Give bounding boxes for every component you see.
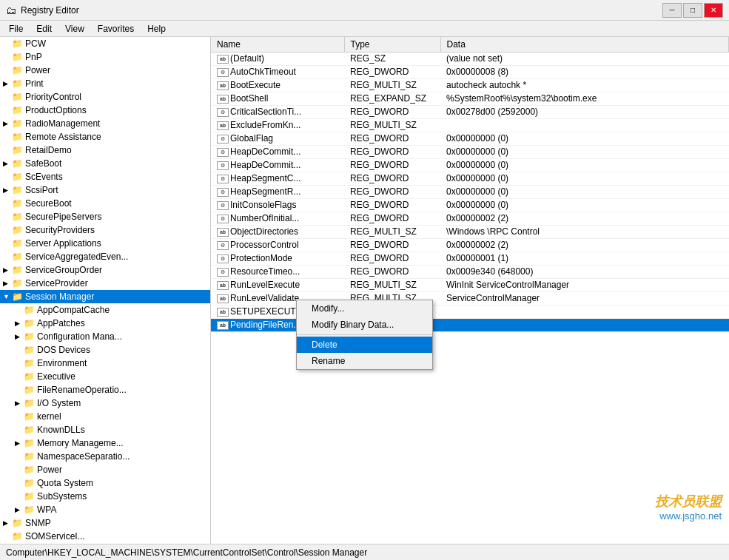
tree-item[interactable]: 📁NamespaceSeparatio...: [0, 450, 210, 463]
expand-arrow[interactable]: ▶: [15, 320, 24, 327]
tree-item[interactable]: ▶📁Configuration Mana...: [0, 330, 210, 343]
tree-item[interactable]: 📁SecurePipeServers: [0, 210, 210, 223]
expand-arrow[interactable]: ▶: [15, 439, 24, 447]
tree-item[interactable]: ▶📁ServiceProvider: [0, 277, 210, 290]
tree-item[interactable]: 📁ScEvents: [0, 170, 210, 183]
folder-icon: 📁: [12, 291, 24, 302]
expand-arrow[interactable]: ▶: [3, 266, 12, 274]
table-row[interactable]: ⚙GlobalFlag REG_DWORD 0x00000000 (0): [211, 132, 729, 145]
table-row[interactable]: ⚙HeapDeCommit... REG_DWORD 0x00000000 (0…: [211, 145, 729, 158]
table-row[interactable]: ⚙InitConsoleFlags REG_DWORD 0x00000000 (…: [211, 198, 729, 212]
tree-item[interactable]: ▶📁ScsiPort: [0, 183, 210, 197]
tree-item[interactable]: 📁Quota System: [0, 476, 210, 490]
tree-item[interactable]: ▶📁SafeBoot: [0, 157, 210, 170]
tree-item[interactable]: 📁Power: [0, 463, 210, 476]
tree-item[interactable]: 📁KnownDLLs: [0, 423, 210, 436]
tree-item[interactable]: 📁Power: [0, 64, 210, 77]
tree-item[interactable]: ▼📁Session Manager: [0, 290, 210, 303]
table-row[interactable]: ⚙NumberOfInitial... REG_DWORD 0x00000002…: [211, 212, 729, 225]
table-row[interactable]: ⚙HeapSegmentC... REG_DWORD 0x00000000 (0…: [211, 172, 729, 185]
expand-arrow[interactable]: ▶: [15, 399, 24, 407]
tree-item[interactable]: 📁PriorityControl: [0, 90, 210, 104]
table-row[interactable]: abRunLevelExecute REG_MULTI_SZ WinInit S…: [211, 278, 729, 291]
tree-item[interactable]: 📁ProductOptions: [0, 104, 210, 117]
tree-item[interactable]: 📁Environment: [0, 357, 210, 370]
table-row[interactable]: ⚙HeapSegmentR... REG_DWORD 0x00000000 (0…: [211, 185, 729, 198]
tree-item[interactable]: 📁FileRenameOperatio...: [0, 383, 210, 397]
expand-arrow[interactable]: ▶: [15, 506, 24, 513]
tree-item[interactable]: 📁DOS Devices: [0, 343, 210, 357]
table-row[interactable]: ⚙CriticalSectionTi... REG_DWORD 0x00278d…: [211, 105, 729, 118]
table-row[interactable]: abBootExecute REG_MULTI_SZ autocheck aut…: [211, 78, 729, 92]
table-row[interactable]: abPendingFileRen... REG_...: [211, 318, 729, 331]
tree-item-label: NamespaceSeparatio...: [37, 451, 130, 462]
folder-icon: 📁: [12, 198, 24, 209]
tree-item[interactable]: 📁PCW: [0, 37, 210, 50]
tree-item[interactable]: ▶📁Print: [0, 77, 210, 90]
tree-item[interactable]: 📁SecurityProviders: [0, 223, 210, 237]
tree-item[interactable]: 📁Executive: [0, 370, 210, 383]
expand-arrow[interactable]: ▼: [3, 293, 12, 300]
table-row[interactable]: ⚙ProtectionMode REG_DWORD 0x00000001 (1): [211, 252, 729, 265]
menu-help[interactable]: Help: [141, 22, 172, 36]
tree-item[interactable]: 📁kernel: [0, 410, 210, 423]
tree-item[interactable]: 📁ServiceAggregatedEven...: [0, 250, 210, 263]
expand-arrow[interactable]: ▶: [3, 80, 12, 87]
tree-item[interactable]: 📁Remote Assistance: [0, 130, 210, 144]
context-menu-item[interactable]: Modify...: [297, 300, 432, 317]
table-row[interactable]: abExcludeFromKn... REG_MULTI_SZ: [211, 118, 729, 132]
cell-type: REG_DWORD: [344, 212, 440, 225]
tree-item[interactable]: ▶📁ServiceGroupOrder: [0, 263, 210, 277]
close-button[interactable]: ✕: [704, 3, 723, 18]
folder-icon: 📁: [12, 172, 24, 182]
table-row[interactable]: ⚙ResourceTimeo... REG_DWORD 0x0009e340 (…: [211, 265, 729, 278]
table-row[interactable]: ab(Default) REG_SZ (value not set): [211, 52, 729, 65]
folder-icon: 📁: [24, 398, 36, 408]
tree-item[interactable]: 📁PnP: [0, 50, 210, 64]
expand-arrow[interactable]: ▶: [15, 333, 24, 340]
table-row[interactable]: ⚙AutoChkTimeout REG_DWORD 0x00000008 (8): [211, 65, 729, 78]
cell-name: ⚙AutoChkTimeout: [211, 65, 344, 78]
tree-item[interactable]: ▶📁WPA: [0, 503, 210, 516]
table-row[interactable]: ⚙HeapDeCommit... REG_DWORD 0x00000000 (0…: [211, 158, 729, 172]
tree-item[interactable]: ▶📁RadioManagement: [0, 117, 210, 130]
expand-arrow[interactable]: ▶: [3, 519, 12, 527]
menu-favorites[interactable]: Favorites: [92, 22, 140, 36]
cell-name: abExcludeFromKn...: [211, 118, 344, 132]
tree-item[interactable]: ▶📁Memory Manageme...: [0, 436, 210, 450]
expand-arrow[interactable]: ▶: [3, 120, 12, 127]
minimize-button[interactable]: ─: [662, 3, 682, 18]
table-row[interactable]: ⚙ProcessorControl REG_DWORD 0x00000002 (…: [211, 238, 729, 252]
table-row[interactable]: abObjectDirectories REG_MULTI_SZ \Window…: [211, 225, 729, 238]
tree-item[interactable]: ▶📁I/O System: [0, 397, 210, 410]
tree-item[interactable]: ▶📁AppPatches: [0, 317, 210, 330]
table-row[interactable]: abRunLevelValidate REG_MULTI_SZ ServiceC…: [211, 291, 729, 305]
context-menu-item[interactable]: Rename: [297, 353, 432, 369]
expand-arrow[interactable]: ▶: [3, 186, 12, 194]
folder-icon: 📁: [12, 78, 24, 89]
maximize-button[interactable]: □: [683, 3, 702, 18]
menu-view[interactable]: View: [59, 22, 90, 36]
table-row[interactable]: abSETUPEXECUTE REG_MULTI_SZ: [211, 305, 729, 318]
context-menu-item[interactable]: Delete: [297, 337, 432, 353]
registry-tree[interactable]: 📁PCW📁PnP📁Power▶📁Print📁PriorityControl📁Pr…: [0, 37, 211, 544]
expand-arrow[interactable]: ▶: [3, 280, 12, 287]
tree-item[interactable]: ▶📁SNMP: [0, 516, 210, 530]
tree-item[interactable]: 📁RetailDemo: [0, 144, 210, 157]
tree-item-label: ServiceAggregatedEven...: [25, 252, 128, 262]
type-icon-reg: ⚙: [217, 68, 229, 77]
context-menu-item[interactable]: Modify Binary Data...: [297, 317, 432, 333]
tree-item[interactable]: 📁AppCompatCache: [0, 303, 210, 317]
tree-item-label: RetailDemo: [25, 145, 72, 155]
table-row[interactable]: abBootShell REG_EXPAND_SZ %SystemRoot%\s…: [211, 92, 729, 105]
expand-arrow[interactable]: ▶: [3, 160, 12, 167]
tree-item[interactable]: 📁SOMServiceI...: [0, 530, 210, 543]
folder-icon: 📁: [12, 238, 24, 249]
menu-edit[interactable]: Edit: [30, 22, 58, 36]
tree-item[interactable]: 📁Server Applications: [0, 237, 210, 250]
title-bar: 🗂 Registry Editor ─ □ ✕: [0, 0, 729, 21]
menu-file[interactable]: File: [3, 22, 29, 36]
folder-icon: 📁: [24, 385, 36, 395]
tree-item[interactable]: 📁SecureBoot: [0, 197, 210, 210]
tree-item[interactable]: 📁SubSystems: [0, 490, 210, 503]
